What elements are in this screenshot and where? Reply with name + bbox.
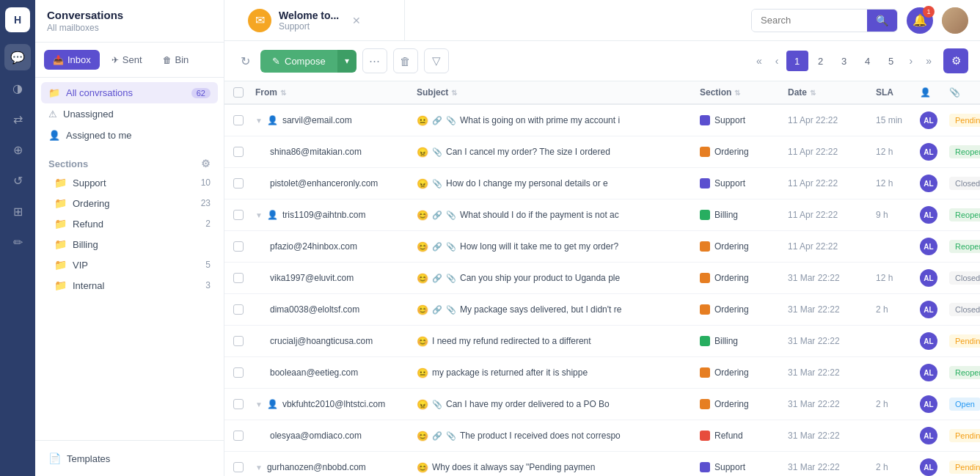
globe-rail-icon[interactable]: ⊕ [4,136,31,163]
status-badge[interactable]: Closed [949,177,980,190]
row-checkbox[interactable] [233,147,244,157]
assignee-avatar: AL [920,111,937,129]
select-all-checkbox[interactable] [233,87,244,98]
table-row[interactable]: ▼ 👤 tris1109@aihtnb.com 😊 🔗 📎 What shoul… [224,199,980,231]
row-checkbox[interactable] [233,367,244,378]
search-input[interactable] [752,10,867,31]
page-4-button[interactable]: 4 [857,51,879,71]
shuffle-rail-icon[interactable]: ⇄ [4,106,31,132]
section-sort-icon[interactable]: ⇅ [734,89,740,97]
page-prev-button[interactable]: ‹ [769,51,785,70]
status-badge[interactable]: Pending [949,461,980,474]
history-rail-icon[interactable]: ↺ [4,167,31,194]
status-badge[interactable]: Closed [949,271,980,285]
status-badge[interactable]: Reopen [949,208,980,221]
section-billing[interactable]: 📁 Billing [41,234,218,255]
section-cell: Support [700,462,788,472]
row-checkbox[interactable] [233,210,244,220]
row-checkbox[interactable] [233,115,244,125]
page-1-button[interactable]: 1 [786,51,808,71]
status-badge[interactable]: Reopen [949,240,980,253]
analytics-rail-icon[interactable]: ◑ [4,75,31,101]
from-sort-icon[interactable]: ⇅ [280,89,286,97]
date-sort-icon[interactable]: ⇅ [810,89,816,97]
sidebar-tabs: 📥 Inbox ✈ Sent 🗑 Bin [35,43,224,78]
filter-button[interactable]: ▽ [424,48,449,73]
table-row[interactable]: booleaan@eetieg.com 😐 my package is retu… [224,357,980,389]
status-cell: Pending ▾ [949,334,971,348]
table-row[interactable]: vika1997@eluvit.com 😊 🔗 📎 Can you ship y… [224,263,980,294]
page-2-button[interactable]: 2 [810,51,832,71]
row-checkbox[interactable] [233,273,244,283]
refresh-button[interactable]: ↻ [236,50,255,73]
tab-inbox[interactable]: 📥 Inbox [44,50,100,70]
sections-gear-icon[interactable]: ⚙ [201,158,211,169]
templates-item[interactable]: 📄 Templates [48,448,211,469]
table-row[interactable]: pistolet@enhanceronly.com 😠 📎 How do I c… [224,168,980,199]
from-email: olesyaa@omdiaco.com [270,431,362,441]
compose-main-button[interactable]: ✎ Compose [260,50,337,73]
status-badge[interactable]: Pending [949,429,980,442]
table-row[interactable]: shina86@mitakian.com 😠 📎 Can I cancel my… [224,136,980,168]
section-refund[interactable]: 📁 Refund 2 [41,213,218,234]
row-checkbox[interactable] [233,399,244,409]
table-row[interactable]: ▼ gurhanozen@nbobd.com 😊 Why does it alw… [224,452,980,476]
section-support[interactable]: 📁 Support 10 [41,172,218,193]
user-avatar[interactable] [942,7,968,34]
row-checkbox[interactable] [233,241,244,252]
table-row[interactable]: olesyaa@omdiaco.com 😊 🔗 📎 The product I … [224,420,980,452]
chat-rail-icon[interactable]: 💬 [4,44,31,70]
row-checkbox[interactable] [233,462,244,472]
table-row[interactable]: ▼ 👤 vbkfuhtc2010@lhtstci.com 😠 📎 Can I h… [224,389,980,420]
thread-toggle-icon[interactable]: ▼ [255,211,263,219]
tab-bin[interactable]: 🗑 Bin [154,50,198,70]
compose-dropdown-button[interactable]: ▾ [337,50,356,73]
page-next-button[interactable]: › [904,51,919,70]
tab-sent[interactable]: ✈ Sent [103,50,151,70]
paperclip-icon: 📎 [446,242,456,252]
nav-assigned-to-me[interactable]: 👤 Assigned to me [41,125,218,146]
page-last-button[interactable]: » [920,51,937,70]
row-checkbox[interactable] [233,178,244,188]
thread-toggle-icon[interactable]: ▼ [255,117,263,125]
nav-unassigned[interactable]: ⚠ Unassigned [41,103,218,125]
date-cell: 31 Mar 22:22 [788,367,876,378]
table-row[interactable]: crucialj@hoangticusa.com 😊 I need my ref… [224,326,980,357]
row-checkbox[interactable] [233,431,244,441]
mood-icon: 😊 [417,241,428,252]
sidebar-subtitle: All mailboxes [47,23,212,33]
more-options-button[interactable]: ⋯ [362,48,387,73]
nav-all-conversations[interactable]: 📁 All convrsations 62 [41,82,218,103]
status-badge[interactable]: Closed [949,303,980,316]
row-checkbox-cell [233,241,255,252]
thread-toggle-icon[interactable]: ▼ [255,400,263,409]
notification-button[interactable]: 🔔 1 [907,7,933,34]
subject-sort-icon[interactable]: ⇅ [451,89,457,97]
table-row[interactable]: dima0038@eloltsf.com 😊 🔗 📎 My package sa… [224,294,980,326]
section-ordering[interactable]: 📁 Ordering 23 [41,193,218,213]
page-5-button[interactable]: 5 [880,51,902,71]
tab-close-icon[interactable]: ✕ [352,15,361,26]
page-first-button[interactable]: « [750,51,768,70]
status-cell: Pending ▾ [949,429,971,442]
assignee-avatar: AL [920,206,937,224]
delete-button[interactable]: 🗑 [393,48,418,73]
search-button[interactable]: 🔍 [867,10,897,32]
status-badge[interactable]: Pending [949,334,980,348]
page-3-button[interactable]: 3 [833,51,855,71]
section-vip[interactable]: 📁 VIP 5 [41,255,218,275]
row-checkbox[interactable] [233,336,244,346]
section-internal[interactable]: 📁 Internal 3 [41,275,218,296]
status-badge[interactable]: Pending [949,114,980,127]
pen-rail-icon[interactable]: ✏ [4,229,31,255]
row-checkbox[interactable] [233,304,244,315]
table-row[interactable]: pfazio@24hinbox.com 😊 🔗 📎 How long will … [224,231,980,263]
table-row[interactable]: ▼ 👤 sarvil@email.com 😐 🔗 📎 What is going… [224,105,980,136]
stack-rail-icon[interactable]: ⊞ [4,198,31,224]
thread-toggle-icon[interactable]: ▼ [255,464,263,472]
status-badge[interactable]: Open [949,398,980,411]
settings-button[interactable]: ⚙ [943,48,968,73]
status-badge[interactable]: Reopen [949,366,980,379]
assignee-cell: AL [920,364,949,381]
status-badge[interactable]: Reopen [949,145,980,158]
